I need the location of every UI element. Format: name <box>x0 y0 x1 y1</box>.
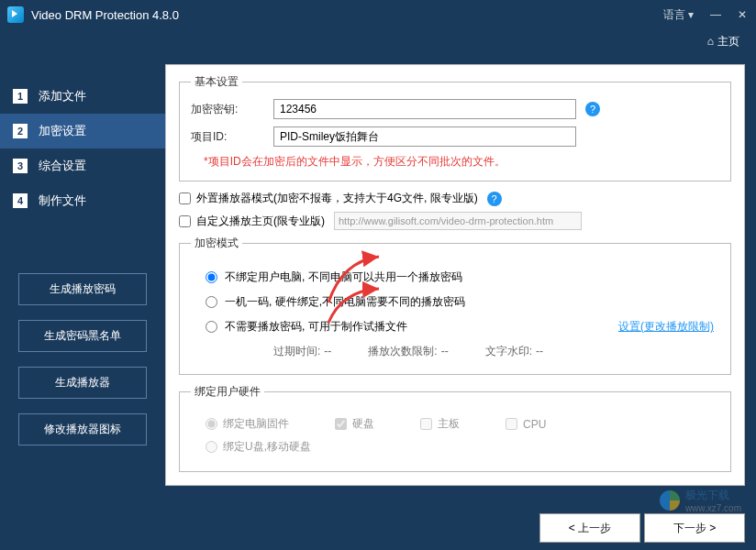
custom-home-checkbox[interactable] <box>179 215 191 227</box>
generate-blacklist-button[interactable]: 生成密码黑名单 <box>18 320 147 352</box>
bind-firmware-label: 绑定电脑固件 <box>223 416 289 432</box>
bind-usb-label: 绑定U盘,移动硬盘 <box>223 439 311 455</box>
encryption-key-label: 加密密钥: <box>191 102 273 117</box>
step-label: 制作文件 <box>39 192 86 209</box>
mode-nopass-label: 不需要播放密码, 可用于制作试播文件 <box>225 319 407 335</box>
expire-label: 过期时间: <box>273 345 320 358</box>
titlebar: Video DRM Protection 4.8.0 语言 ▾ — ✕ <box>0 0 756 29</box>
close-button[interactable]: ✕ <box>738 8 749 21</box>
watermark: 极光下载 www.xz7.com <box>660 488 741 513</box>
mode-nopass-radio[interactable] <box>206 321 217 333</box>
text-watermark-value: -- <box>536 345 543 358</box>
hardware-legend: 绑定用户硬件 <box>191 384 264 400</box>
step-general-settings[interactable]: 3 综合设置 <box>0 148 165 183</box>
cpu-checkbox <box>506 418 517 430</box>
custom-home-url-input <box>334 212 582 230</box>
playback-restriction-link[interactable]: 设置(更改播放限制) <box>618 319 714 335</box>
external-player-checkbox[interactable] <box>179 192 191 204</box>
main-panel: 基本设置 加密密钥: ? 项目ID: *项目ID会在加密后的文件中显示，方便区分… <box>165 64 745 486</box>
home-icon[interactable]: ⌂ <box>707 35 714 48</box>
app-icon <box>7 6 24 23</box>
help-icon[interactable]: ? <box>585 102 600 116</box>
encryption-mode-group: 加密模式 不绑定用户电脑, 不同电脑可以共用一个播放密码 一机一码, 硬件绑定,… <box>179 236 731 375</box>
mode-shared-radio[interactable] <box>206 271 217 283</box>
mainboard-label: 主板 <box>438 416 460 432</box>
mainboard-checkbox <box>420 418 432 430</box>
watermark-url: www.xz7.com <box>685 503 741 513</box>
step-label: 加密设置 <box>39 123 86 139</box>
basic-legend: 基本设置 <box>191 74 242 90</box>
sidebar: 1 添加文件 2 加密设置 3 综合设置 4 制作文件 生成播放密码 生成密码黑… <box>0 53 165 550</box>
step-encrypt-settings[interactable]: 2 加密设置 <box>0 114 165 148</box>
hdd-checkbox <box>335 418 347 430</box>
breadcrumb-row: ⌂ 主页 <box>0 29 756 53</box>
generate-player-button[interactable]: 生成播放器 <box>18 367 147 399</box>
step-add-files[interactable]: 1 添加文件 <box>0 79 165 114</box>
play-count-label: 播放次数限制: <box>368 345 437 358</box>
app-title: Video DRM Protection 4.8.0 <box>31 8 663 22</box>
bind-hardware-group: 绑定用户硬件 绑定电脑固件 硬盘 主板 CPU 绑定U盘,移动硬盘 <box>179 384 731 472</box>
modify-player-icon-button[interactable]: 修改播放器图标 <box>18 413 147 446</box>
language-dropdown[interactable]: 语言 ▾ <box>663 7 694 23</box>
expire-value: -- <box>324 345 331 358</box>
generate-play-code-button[interactable]: 生成播放密码 <box>18 273 147 305</box>
hdd-label: 硬盘 <box>352 416 374 432</box>
step-label: 添加文件 <box>39 88 86 104</box>
watermark-logo-icon <box>660 490 680 511</box>
bind-firmware-radio <box>206 418 217 430</box>
step-label: 综合设置 <box>39 158 86 174</box>
help-icon[interactable]: ? <box>487 192 502 206</box>
next-button[interactable]: 下一步 > <box>644 513 745 543</box>
cpu-label: CPU <box>523 418 546 431</box>
bind-usb-radio <box>206 441 217 453</box>
basic-settings-group: 基本设置 加密密钥: ? 项目ID: *项目ID会在加密后的文件中显示，方便区分… <box>179 74 731 182</box>
project-id-label: 项目ID: <box>191 129 273 145</box>
step-make-files[interactable]: 4 制作文件 <box>0 183 165 218</box>
mode-shared-label: 不绑定用户电脑, 不同电脑可以共用一个播放密码 <box>225 270 462 285</box>
watermark-site: 极光下载 <box>685 488 741 503</box>
mode-hardware-radio[interactable] <box>206 296 217 308</box>
external-player-label: 外置播放器模式(加密不报毒，支持大于4G文件, 限专业版) <box>196 191 478 206</box>
mode-legend: 加密模式 <box>191 236 242 251</box>
project-id-warning: *项目ID会在加密后的文件中显示，方便区分不同批次的文件。 <box>204 154 719 170</box>
play-count-value: -- <box>441 345 449 358</box>
mode-hardware-label: 一机一码, 硬件绑定,不同电脑需要不同的播放密码 <box>225 294 465 310</box>
text-watermark-label: 文字水印: <box>485 345 532 358</box>
home-link[interactable]: 主页 <box>717 34 739 50</box>
project-id-input[interactable] <box>273 126 576 147</box>
prev-button[interactable]: < 上一步 <box>539 513 640 543</box>
custom-home-label: 自定义播放主页(限专业版) <box>196 214 325 229</box>
encryption-key-input[interactable] <box>273 99 576 119</box>
minimize-button[interactable]: — <box>710 8 721 21</box>
